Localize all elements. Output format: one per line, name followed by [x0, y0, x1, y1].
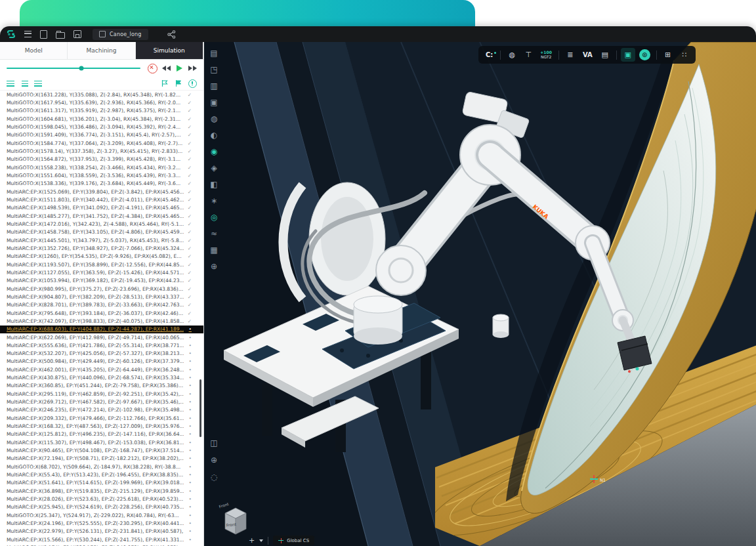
command-row[interactable]: MultiARC:EP:X(209.332), EP:Y(479.466), E…	[0, 414, 203, 422]
orbit-icon[interactable]: ◌	[207, 470, 221, 484]
command-row[interactable]: MultiARC:EP:X(688.603), EP:Y(404.882), E…	[0, 326, 203, 333]
command-row[interactable]: MultiARC:EP:X(742.097), EP:Y(398.833), E…	[0, 317, 203, 325]
command-row[interactable]: MultiARC:EP:X(828.701), EP:Y(389.783), E…	[0, 301, 203, 309]
command-row[interactable]: MultiARC:EP:X(8.174), EP:Y(536.178), EP:…	[0, 543, 203, 546]
command-row[interactable]: MultiGOTO:X(1558.238), Y(338.254), Z(-3.…	[0, 163, 203, 171]
robot-icon[interactable]: ◍	[505, 48, 519, 62]
command-row[interactable]: MultiARC:EP:X(1498.539), EP:Y(341.092), …	[0, 204, 203, 212]
layers-icon[interactable]: ▥	[207, 79, 221, 93]
command-row[interactable]: MultiARC:EP:X(555.636), EP:Y(421.786), E…	[0, 341, 203, 349]
tab-simulation[interactable]: Simulation	[136, 42, 203, 59]
command-row[interactable]: MultiGOTO:X(1564.872), Y(337.953), Z(-3.…	[0, 156, 203, 163]
tab-model[interactable]: Model	[0, 42, 68, 59]
command-row[interactable]: MultiARC:EP:X(904.807), EP:Y(382.209), E…	[0, 293, 203, 301]
flag-end-icon[interactable]	[175, 79, 182, 87]
document-tab[interactable]: Canoe_long	[93, 29, 148, 40]
command-row[interactable]: MultiARC:EP:X(90.465), EP:Y(504.108), EP…	[0, 446, 203, 454]
command-row[interactable]: MultiARC:EP:X(15.566), EP:Y(530.244), EP…	[0, 536, 203, 543]
view-cube[interactable]: Front Front	[219, 501, 251, 538]
fast-forward-button[interactable]	[188, 66, 197, 71]
variables-icon[interactable]: VA	[579, 51, 596, 58]
tool-offset-chip[interactable]: +100NGT2	[537, 51, 555, 60]
command-row[interactable]: MultiGOTO:X(1578.14), Y(337.358), Z(-3.2…	[0, 147, 203, 155]
snowflake-icon[interactable]: ∗	[207, 194, 221, 208]
viewport-3d-scene[interactable]: KUKA	[204, 42, 756, 546]
command-row[interactable]: MultiGOTO:X(1538.336), Y(339.176), Z(-3.…	[0, 180, 203, 188]
command-row[interactable]: MultiARC:EP:X(1193.507), EP:Y(358.899), …	[0, 261, 203, 268]
command-row[interactable]: MultiARC:EP:X(500.984), EP:Y(429.449), E…	[0, 358, 203, 366]
apps-grid-icon[interactable]: ∷	[677, 48, 692, 62]
command-row[interactable]: MultiGOTO:X(68.702), Y(509.664), Z(-184.…	[0, 463, 203, 471]
command-row[interactable]: MultiARC:EP:X(36.898), EP:Y(519.835), EP…	[0, 487, 203, 495]
grid-globe-icon[interactable]: ⊕	[207, 259, 221, 274]
table-icon[interactable]: ⊞	[661, 48, 675, 62]
share-icon[interactable]	[167, 30, 176, 39]
inspect-icon[interactable]: ◈	[207, 161, 221, 175]
flag-start-icon[interactable]	[161, 79, 169, 87]
command-row[interactable]: MultiARC:EP:X(295.119), EP:Y(462.859), E…	[0, 390, 203, 398]
command-row[interactable]: MultiARC:EP:X(168.32), EP:Y(487.563), EP…	[0, 422, 203, 430]
command-row[interactable]: MultiGOTO:X(1551.604), Y(338.559), Z(-3.…	[0, 171, 203, 179]
command-row[interactable]: MultiARC:EP:X(1445.501), Y(343.797), Z(-…	[0, 236, 203, 244]
command-row[interactable]: MultiARC:EP:X(51.641), EP:Y(514.615), EP…	[0, 479, 203, 487]
image-icon[interactable]: ▦	[207, 243, 221, 257]
axis-icon[interactable]: ⊕	[207, 453, 221, 467]
add-cs-button[interactable]: +	[249, 537, 255, 544]
spline-icon[interactable]: ≈	[207, 226, 221, 241]
printer-icon[interactable]: ▤	[598, 48, 612, 62]
save-icon[interactable]	[74, 30, 81, 38]
tab-machining[interactable]: Machining	[68, 42, 135, 59]
scrollbar-thumb[interactable]	[200, 379, 201, 437]
chevron-down-icon[interactable]	[259, 539, 263, 542]
command-row[interactable]: MultiGOTO:X(1604.681), Y(336.201), Z(-3.…	[0, 115, 203, 123]
command-row[interactable]: MultiARC:EP:X(1053.994), EP:Y(369.182), …	[0, 277, 203, 285]
command-row[interactable]: MultiARC:EP:X(24.196), EP:Y(525.555), EP…	[0, 519, 203, 527]
command-row[interactable]: MultiARC:EP:X(115.307), EP:Y(498.467), E…	[0, 438, 203, 446]
command-row[interactable]: MultiARC:EP:X(1511.803), EP:Y(340.442), …	[0, 196, 203, 203]
sliders-icon[interactable]: ≣	[563, 48, 578, 62]
spindle-icon[interactable]: ⊤	[521, 48, 536, 62]
open-folder-icon[interactable]	[56, 32, 65, 39]
command-row[interactable]: MultiGOTO:X(25.347), Y(524.917), Z(-229.…	[0, 511, 203, 519]
rewind-button[interactable]	[162, 66, 171, 71]
command-row[interactable]: MultiARC:EP:X(1127.055), EP:Y(363.59), E…	[0, 268, 203, 276]
command-row[interactable]: MultiGOTO:X(1598.045), Y(336.486), Z(-3.…	[0, 123, 203, 131]
command-row[interactable]: MultiGOTO:X(1584.774), Y(337.064), Z(-3.…	[0, 139, 203, 147]
command-row[interactable]: MultiARC:EP:X(22.979), EP:Y(526.131), EP…	[0, 528, 203, 536]
command-row[interactable]: MultiGOTO:X(1617.954), Y(335.639), Z(-2.…	[0, 98, 203, 106]
command-row[interactable]: MultiARC:EP:X(125.812), EP:Y(496.235), E…	[0, 430, 203, 438]
filter-list-icon[interactable]	[34, 81, 42, 87]
command-row[interactable]: MultiARC:EP:X(795.648), EP:Y(393.184), E…	[0, 309, 203, 317]
command-row[interactable]: MultiARC:EP:X(1525.069), EP:Y(339.804), …	[0, 188, 203, 196]
extruder-icon[interactable]: ◳	[207, 62, 221, 77]
command-row[interactable]: MultiARC:EP:X(532.207), EP:Y(425.056), E…	[0, 350, 203, 358]
command-row[interactable]: MultiARC:EP:X(55.43), EP:Y(513.423), EP:…	[0, 471, 203, 478]
command-row[interactable]: MultiARC:EP:X(1458.758), EP:Y(343.105), …	[0, 228, 203, 236]
bulb-icon[interactable]: ◉	[207, 144, 221, 159]
command-row[interactable]: MultiGOTO:X(1631.228), Y(335.088), Z(-2.…	[0, 91, 203, 98]
new-file-icon[interactable]	[40, 30, 47, 39]
indent-list-icon[interactable]	[22, 81, 28, 87]
record-icon[interactable]: ◎	[207, 210, 221, 224]
simulation-view-icon[interactable]: ▣	[621, 48, 635, 62]
program-list-icon[interactable]	[7, 81, 14, 87]
sphere-icon[interactable]: ◍	[207, 112, 221, 126]
shading-icon[interactable]: ◐	[207, 128, 221, 142]
command-row[interactable]: MultiARC:EP:X(462.001), EP:Y(435.205), E…	[0, 366, 203, 373]
command-row[interactable]: MultiARC:EP:X(622.069), EP:Y(412.989), E…	[0, 333, 203, 341]
cube-view-icon[interactable]: ◫	[207, 436, 221, 450]
command-row[interactable]: MultiARC:EP:X(1260), EP:Y(354.535), EP:Z…	[0, 253, 203, 261]
gear-icon[interactable]: ⊛	[639, 49, 650, 60]
command-row[interactable]: MultiARC:EP:X(1352.726), EP:Y(348.927), …	[0, 244, 203, 252]
progress-slider[interactable]	[7, 68, 140, 69]
command-row[interactable]: MultiARC:EP:X(360.85), EP:Y(451.244), EP…	[0, 382, 203, 390]
panel-icon[interactable]: ◧	[207, 177, 221, 192]
command-row[interactable]: MultiARC:EP:X(1485.277), EP:Y(341.752), …	[0, 212, 203, 220]
coordinate-system-selector[interactable]: Global CS	[273, 536, 314, 545]
controller-icon[interactable]: C:	[482, 51, 496, 58]
command-row[interactable]: MultiARC:EP:X(28.026), EP:Y(523.63), EP:…	[0, 495, 203, 503]
command-row[interactable]: MultiARC:EP:X(269.712), EP:Y(467.582), E…	[0, 398, 203, 406]
material-icon[interactable]: ▣	[207, 95, 221, 110]
slider-knob[interactable]	[79, 66, 84, 71]
command-row[interactable]: MultiARC:EP:X(246.235), EP:Y(472.214), E…	[0, 406, 203, 414]
